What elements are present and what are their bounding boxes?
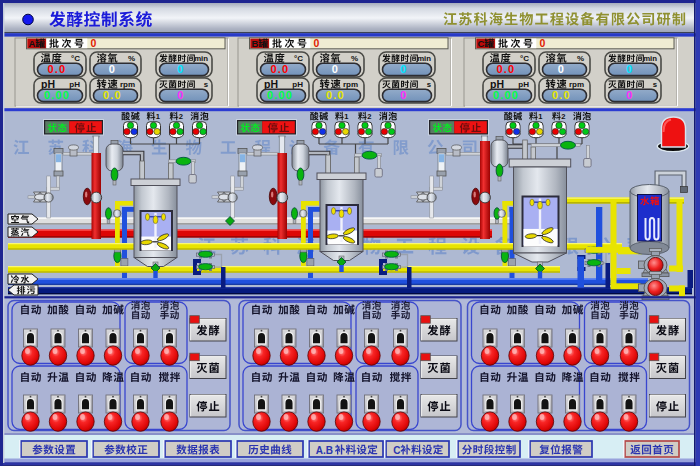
svg-text:min: min <box>643 54 657 63</box>
svg-text:0.00: 0.00 <box>44 89 70 101</box>
svg-text:2: 2 <box>179 112 183 121</box>
svg-text:rpm: rpm <box>569 80 584 89</box>
svg-text:0: 0 <box>558 63 565 75</box>
svg-text:pH: pH <box>41 78 55 90</box>
svg-text:%: % <box>351 54 358 63</box>
svg-text:0.0: 0.0 <box>271 63 290 75</box>
svg-text:s: s <box>427 80 432 89</box>
svg-text:s: s <box>653 80 658 89</box>
svg-text:0: 0 <box>91 37 97 49</box>
svg-text:0.0: 0.0 <box>326 89 345 101</box>
svg-text:°C: °C <box>520 54 529 63</box>
svg-text:s: s <box>204 80 209 89</box>
svg-text:0.0: 0.0 <box>48 63 67 75</box>
svg-text:0: 0 <box>177 89 184 101</box>
svg-text:0: 0 <box>400 63 407 75</box>
svg-text:pH: pH <box>264 78 278 90</box>
svg-text:0: 0 <box>400 89 407 101</box>
svg-text:0: 0 <box>109 63 116 75</box>
svg-text:B: B <box>252 38 259 49</box>
svg-text:%: % <box>128 54 135 63</box>
svg-text:A.B: A.B <box>316 445 333 456</box>
svg-text:0.0: 0.0 <box>552 89 571 101</box>
svg-text:pH: pH <box>69 80 80 89</box>
svg-text:min: min <box>194 54 208 63</box>
svg-text:pH: pH <box>518 80 529 89</box>
svg-text:A: A <box>29 38 36 49</box>
svg-text:0: 0 <box>540 37 546 49</box>
svg-text:0.0: 0.0 <box>103 89 122 101</box>
svg-text:0: 0 <box>626 63 633 75</box>
svg-text:C: C <box>393 445 400 456</box>
svg-text:2: 2 <box>367 112 371 121</box>
svg-text:0.00: 0.00 <box>267 89 293 101</box>
svg-text:0: 0 <box>314 37 320 49</box>
svg-text:C: C <box>478 38 485 49</box>
svg-text:%: % <box>577 54 584 63</box>
svg-text:°C: °C <box>71 54 80 63</box>
svg-text:pH: pH <box>490 78 504 90</box>
svg-text:min: min <box>417 54 431 63</box>
svg-text:°C: °C <box>294 54 303 63</box>
svg-text:pH: pH <box>292 80 303 89</box>
svg-text:0.00: 0.00 <box>493 89 519 101</box>
svg-text:0: 0 <box>332 63 339 75</box>
svg-text:2: 2 <box>561 112 565 121</box>
svg-text:rpm: rpm <box>120 80 135 89</box>
svg-text:0.0: 0.0 <box>497 63 516 75</box>
svg-text:0: 0 <box>626 89 633 101</box>
svg-text:rpm: rpm <box>343 80 358 89</box>
svg-text:0: 0 <box>177 63 184 75</box>
